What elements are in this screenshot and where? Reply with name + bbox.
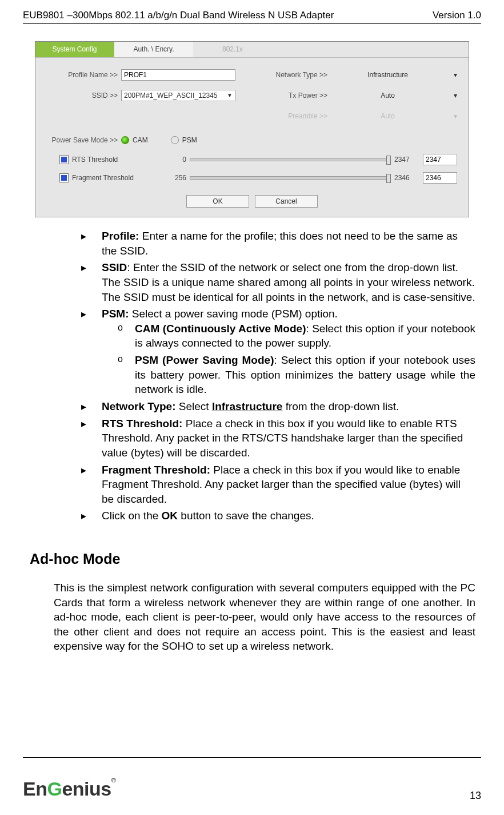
ok-button[interactable]: OK [186, 195, 249, 208]
brand-logo: EnGenius® [23, 776, 116, 802]
preamble-dropdown: ▾ [445, 112, 457, 121]
label-rts: RTS Threshold [72, 155, 163, 164]
frag-max: 2346 [394, 173, 417, 182]
heading-adhoc: Ad-hoc Mode [30, 550, 475, 569]
header-rule [23, 23, 481, 24]
network-type-dropdown[interactable]: ▾ [445, 70, 457, 79]
tab-system-config[interactable]: System Config [35, 42, 114, 57]
config-panel: System Config Auth. \ Encry. 802.1x Prof… [35, 41, 469, 217]
chevron-down-icon: ▼ [227, 92, 233, 100]
adhoc-paragraph: This is the simplest network configurati… [30, 581, 475, 654]
frag-value-input[interactable] [423, 172, 457, 184]
label-profile-name: Profile Name >> [47, 70, 121, 79]
label-ssid: SSID >> [47, 91, 121, 100]
slider-thumb-icon[interactable] [386, 156, 391, 165]
ssid-value: 200PM#1_WEP_ASCII_12345 [124, 91, 217, 100]
label-psm-option: PSM [182, 136, 197, 145]
tab-auth-encry[interactable]: Auth. \ Encry. [114, 42, 193, 57]
content-body: Profile: Enter a name for the profile; t… [23, 229, 481, 654]
rts-min: 0 [163, 155, 186, 164]
sub-bullet-cam: CAM (Continuously Active Mode): Select t… [118, 321, 475, 351]
bullet-frag: Fragment Threshold: Place a check in thi… [81, 463, 475, 507]
tx-power-value: Auto [331, 91, 445, 100]
tabbar: System Config Auth. \ Encry. 802.1x [35, 42, 469, 58]
ssid-select[interactable]: 200PM#1_WEP_ASCII_12345 ▼ [121, 90, 235, 101]
bullet-profile: Profile: Enter a name for the profile; t… [81, 229, 475, 258]
label-cam: CAM [133, 136, 148, 145]
tab-8021x: 802.1x [193, 42, 272, 57]
rts-slider[interactable] [190, 158, 391, 161]
checkbox-frag[interactable] [59, 173, 69, 182]
bullet-ssid: SSID: Enter the SSID of the network or s… [81, 260, 475, 304]
footer-rule [23, 757, 481, 758]
rts-max: 2347 [394, 155, 417, 164]
label-preamble: Preamble >> [262, 112, 331, 121]
bullet-ok: Click on the OK button to save the chang… [81, 508, 475, 523]
profile-name-input[interactable] [121, 69, 235, 81]
header-right: Version 1.0 [433, 9, 481, 22]
preamble-value: Auto [331, 112, 445, 121]
sub-bullet-psm: PSM (Power Saving Mode): Select this opt… [118, 353, 475, 397]
tx-power-dropdown[interactable]: ▾ [445, 91, 457, 100]
label-network-type: Network Type >> [262, 70, 331, 79]
label-psm: Power Save Mode >> [47, 136, 121, 145]
label-tx-power: Tx Power >> [262, 91, 331, 100]
frag-slider[interactable] [190, 176, 391, 180]
radio-psm[interactable] [171, 136, 179, 144]
slider-thumb-icon[interactable] [386, 174, 391, 183]
label-frag: Fragment Threshold [72, 173, 163, 182]
rts-value-input[interactable] [423, 154, 457, 165]
page-number: 13 [470, 789, 481, 802]
header-left: EUB9801 –300Mbps 802.11 a/b/g/n Dual Ban… [23, 9, 334, 22]
radio-cam[interactable] [121, 136, 129, 144]
bullet-psm: PSM: Select a power saving mode (PSM) op… [81, 307, 475, 397]
checkbox-rts[interactable] [59, 155, 69, 164]
bullet-rts: RTS Threshold: Place a check in this box… [81, 416, 475, 460]
network-type-value: Infrastructure [331, 70, 445, 79]
bullet-network-type: Network Type: Select Infrastructure from… [81, 399, 475, 414]
cancel-button[interactable]: Cancel [255, 195, 318, 208]
frag-min: 256 [163, 173, 186, 182]
